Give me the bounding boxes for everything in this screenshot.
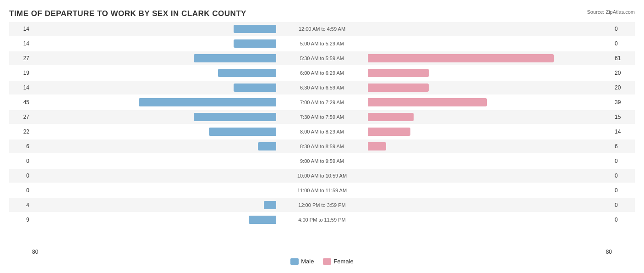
female-value: 15 <box>612 114 635 120</box>
male-bar <box>234 39 276 48</box>
source-text: Source: ZipAtlas.com <box>587 9 635 15</box>
bars-center: 7:00 AM to 7:29 AM <box>32 98 612 107</box>
female-value: 14 <box>612 128 635 135</box>
male-bar <box>194 54 276 62</box>
time-label: 6:00 AM to 6:29 AM <box>276 70 368 76</box>
bar-section: 4:00 PM to 11:59 PM <box>32 213 612 227</box>
bars-center: 5:00 AM to 5:29 AM <box>32 39 612 48</box>
male-bar <box>218 69 276 77</box>
time-label: 5:30 AM to 5:59 AM <box>276 56 368 61</box>
male-value: 6 <box>9 143 32 150</box>
table-row: 14 5:00 AM to 5:29 AM 0 <box>9 37 635 50</box>
table-row: 4 12:00 PM to 3:59 PM 0 <box>9 198 635 212</box>
legend-male-label: Male <box>301 258 314 265</box>
table-row: 0 9:00 AM to 9:59 AM 0 <box>9 154 635 168</box>
bar-section: 12:00 PM to 3:59 PM <box>32 198 612 212</box>
bar-section: 6:30 AM to 6:59 AM <box>32 81 612 95</box>
female-value: 39 <box>612 99 635 106</box>
time-label: 12:00 PM to 3:59 PM <box>276 202 368 208</box>
female-bar <box>368 98 487 106</box>
bar-section: 8:30 AM to 8:59 AM <box>32 139 612 153</box>
bars-center: 12:00 PM to 3:59 PM <box>32 201 612 210</box>
female-bar <box>368 113 414 121</box>
male-value: 14 <box>9 84 32 91</box>
female-bar <box>368 142 386 150</box>
bar-section: 8:00 AM to 8:29 AM <box>32 125 612 139</box>
male-value: 0 <box>9 187 32 194</box>
bar-section: 10:00 AM to 10:59 AM <box>32 169 612 183</box>
legend: Male Female <box>9 258 635 265</box>
axis-labels: 80 80 <box>9 249 635 255</box>
time-label: 4:00 PM to 11:59 PM <box>276 217 368 223</box>
bar-section: 7:30 AM to 7:59 AM <box>32 110 612 124</box>
time-label: 7:30 AM to 7:59 AM <box>276 114 368 120</box>
female-bar <box>368 84 429 92</box>
female-bar <box>368 128 410 136</box>
male-bar <box>234 25 276 33</box>
table-row: 27 5:30 AM to 5:59 AM 61 <box>9 51 635 65</box>
female-bar <box>368 69 429 77</box>
male-value: 19 <box>9 70 32 76</box>
male-bar <box>209 128 276 136</box>
female-value: 20 <box>612 84 635 91</box>
bar-section: 5:00 AM to 5:29 AM <box>32 37 612 50</box>
bars-center: 12:00 AM to 4:59 AM <box>32 24 612 33</box>
female-value: 0 <box>612 187 635 194</box>
time-label: 11:00 AM to 11:59 AM <box>276 188 368 193</box>
legend-male-box <box>290 258 299 265</box>
legend-female-label: Female <box>333 258 353 265</box>
female-value: 20 <box>612 70 635 76</box>
bars-center: 7:30 AM to 7:59 AM <box>32 112 612 122</box>
male-value: 27 <box>9 114 32 120</box>
male-bar <box>139 98 276 106</box>
male-value: 14 <box>9 26 32 32</box>
male-value: 27 <box>9 55 32 61</box>
table-row: 14 12:00 AM to 4:59 AM 0 <box>9 22 635 36</box>
male-value: 0 <box>9 158 32 164</box>
bar-section: 9:00 AM to 9:59 AM <box>32 154 612 168</box>
female-value: 0 <box>612 40 635 47</box>
bars-center: 5:30 AM to 5:59 AM <box>32 54 612 63</box>
legend-female-box <box>323 258 331 265</box>
table-row: 0 11:00 AM to 11:59 AM 0 <box>9 184 635 197</box>
male-bar <box>264 201 276 209</box>
bar-section: 7:00 AM to 7:29 AM <box>32 95 612 109</box>
time-label: 5:00 AM to 5:29 AM <box>276 41 368 46</box>
bar-section: 12:00 AM to 4:59 AM <box>32 22 612 36</box>
male-bar <box>258 142 276 150</box>
bars-center: 4:00 PM to 11:59 PM <box>32 215 612 224</box>
female-value: 0 <box>612 158 635 164</box>
male-value: 14 <box>9 40 32 47</box>
female-bar <box>368 54 554 62</box>
bars-center: 8:00 AM to 8:29 AM <box>32 127 612 136</box>
female-value: 0 <box>612 217 635 223</box>
male-value: 9 <box>9 217 32 223</box>
bars-center: 11:00 AM to 11:59 AM <box>32 186 612 195</box>
bars-center: 6:30 AM to 6:59 AM <box>32 83 612 92</box>
table-row: 45 7:00 AM to 7:29 AM 39 <box>9 95 635 109</box>
chart-title: TIME OF DEPARTURE TO WORK BY SEX IN CLAR… <box>9 9 635 18</box>
table-row: 19 6:00 AM to 6:29 AM 20 <box>9 66 635 80</box>
male-bar <box>194 113 276 121</box>
bar-section: 11:00 AM to 11:59 AM <box>32 184 612 197</box>
table-row: 9 4:00 PM to 11:59 PM 0 <box>9 213 635 227</box>
table-row: 0 10:00 AM to 10:59 AM 0 <box>9 169 635 183</box>
time-label: 10:00 AM to 10:59 AM <box>276 173 368 178</box>
table-row: 6 8:30 AM to 8:59 AM 6 <box>9 139 635 153</box>
male-value: 45 <box>9 99 32 106</box>
bar-section: 5:30 AM to 5:59 AM <box>32 51 612 65</box>
time-label: 9:00 AM to 9:59 AM <box>276 158 368 164</box>
bars-center: 9:00 AM to 9:59 AM <box>32 156 612 166</box>
female-value: 0 <box>612 26 635 32</box>
table-row: 14 6:30 AM to 6:59 AM 20 <box>9 81 635 95</box>
time-label: 7:00 AM to 7:29 AM <box>276 100 368 105</box>
table-row: 27 7:30 AM to 7:59 AM 15 <box>9 110 635 124</box>
time-label: 6:30 AM to 6:59 AM <box>276 85 368 90</box>
female-value: 6 <box>612 143 635 150</box>
bars-center: 10:00 AM to 10:59 AM <box>32 171 612 180</box>
bar-section: 6:00 AM to 6:29 AM <box>32 66 612 80</box>
table-row: 22 8:00 AM to 8:29 AM 14 <box>9 125 635 139</box>
legend-male: Male <box>290 258 314 265</box>
axis-right-label: 80 <box>606 249 612 255</box>
bars-center: 8:30 AM to 8:59 AM <box>32 142 612 151</box>
